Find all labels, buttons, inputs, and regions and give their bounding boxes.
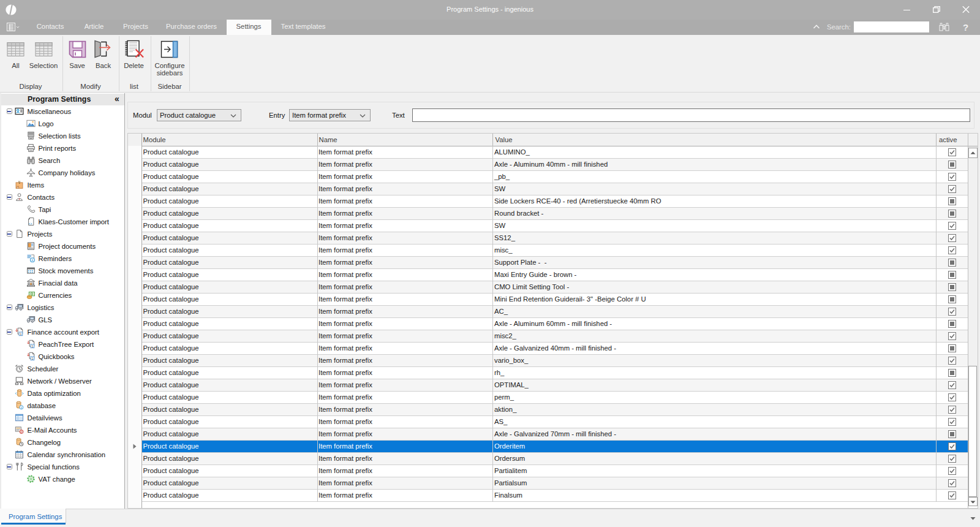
svg-text:1: 1: [31, 357, 33, 360]
svg-text:@: @: [20, 430, 23, 433]
svg-text:1: 1: [20, 332, 21, 336]
svg-text:1: 1: [31, 344, 33, 348]
